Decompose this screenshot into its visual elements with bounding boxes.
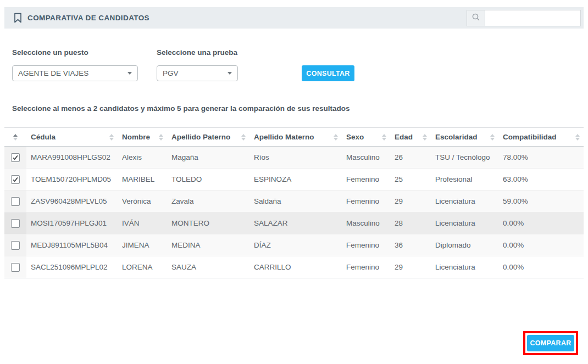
table-row: MOSI170597HPLGJ01IVÁNMONTEROSALAZARMascu… — [4, 212, 584, 234]
search-group — [467, 10, 581, 26]
checkbox-cell — [4, 147, 26, 168]
page-title: COMPARATIVA DE CANDIDATOS — [27, 14, 149, 22]
table-row: MEDJ891105MPL5B04JIMENAMEDINADÍAZFemenin… — [4, 234, 584, 256]
cell-compatibilidad: 0.00% — [498, 212, 584, 234]
cell-sexo: Masculino — [342, 212, 390, 234]
cell-edad: 36 — [390, 234, 431, 256]
column-header-apellido-materno[interactable]: Apellido Materno — [249, 128, 342, 146]
title-wrap: COMPARATIVA DE CANDIDATOS — [14, 13, 149, 23]
cell-apellido_paterno: Zavala — [167, 191, 249, 212]
cell-sexo: Femenino — [342, 256, 390, 278]
prueba-select[interactable]: PGV — [157, 65, 238, 81]
row-checkbox[interactable] — [11, 197, 20, 206]
cell-escolaridad: Licenciatura — [431, 256, 498, 278]
sort-icon — [379, 134, 386, 141]
cell-escolaridad: Profesional — [431, 169, 498, 190]
column-header-cedula[interactable]: Cédula — [26, 128, 118, 146]
cell-cedula: MOSI170597HPLGJ01 — [26, 212, 118, 234]
cell-apellido_materno: SALAZAR — [249, 212, 342, 234]
cell-apellido_paterno: MONTERO — [167, 212, 249, 234]
cell-escolaridad: Diplomado — [431, 234, 498, 256]
search-addon — [467, 10, 485, 26]
cell-edad: 25 — [390, 169, 431, 190]
cell-sexo: Femenino — [342, 234, 390, 256]
cell-compatibilidad: 59.00% — [498, 191, 584, 212]
sort-icon — [487, 134, 495, 141]
search-input[interactable] — [485, 10, 581, 26]
puesto-select[interactable]: AGENTE DE VIAJES — [12, 65, 138, 81]
sort-icon — [572, 134, 580, 141]
checkbox-cell — [4, 191, 26, 212]
table-row: ZASV960428MPLVL05VerónicaZavalaSaldañaFe… — [4, 191, 584, 212]
cell-cedula: MARA991008HPLGS02 — [26, 147, 118, 168]
cell-nombre: Alexis — [118, 147, 167, 168]
cell-apellido_paterno: SAUZA — [167, 256, 249, 278]
checkbox-cell — [4, 256, 26, 278]
cell-apellido_materno: DÍAZ — [249, 234, 342, 256]
cell-apellido_materno: ESPINOZA — [249, 169, 342, 190]
cell-compatibilidad: 78.00% — [498, 147, 584, 168]
row-checkbox[interactable] — [11, 263, 20, 272]
row-checkbox[interactable] — [11, 241, 20, 250]
cell-sexo: Femenino — [342, 191, 390, 212]
cell-apellido_paterno: Magaña — [167, 147, 249, 168]
prueba-label: Seleccione una prueba — [157, 48, 237, 57]
table-header: Cédula Nombre Apellido Paterno Apellido … — [4, 127, 584, 147]
cell-apellido_materno: CARRILLO — [249, 256, 342, 278]
cell-cedula: TOEM150720HPLMD05 — [26, 169, 118, 190]
cell-sexo: Masculino — [342, 147, 390, 168]
dropdown-caret-icon — [127, 72, 132, 75]
column-header-apellido-paterno[interactable]: Apellido Paterno — [167, 128, 249, 146]
cell-edad: 26 — [390, 147, 431, 168]
cell-edad: 29 — [390, 256, 431, 278]
cell-escolaridad: Licenciatura — [431, 191, 498, 212]
cell-edad: 29 — [390, 191, 431, 212]
comparativa-page: COMPARATIVA DE CANDIDATOS Seleccione un … — [0, 0, 588, 364]
consultar-button[interactable]: CONSULTAR — [302, 65, 354, 81]
checkbox-cell — [4, 212, 26, 234]
cell-sexo: Femenino — [342, 169, 390, 190]
row-checkbox[interactable] — [11, 175, 20, 184]
cell-cedula: MEDJ891105MPL5B04 — [26, 234, 118, 256]
cell-escolaridad: Licenciatura — [431, 212, 498, 234]
table-row: SACL251096MPLPL02LORENASAUZACARRILLOFeme… — [4, 256, 584, 278]
cell-nombre: IVÁN — [118, 212, 167, 234]
page-header: COMPARATIVA DE CANDIDATOS — [4, 7, 584, 29]
column-header-select[interactable] — [4, 128, 26, 146]
prueba-select-value: PGV — [163, 69, 179, 77]
sort-icon — [330, 134, 338, 141]
sort-icon — [419, 134, 427, 141]
cell-compatibilidad: 0.00% — [498, 256, 584, 278]
puesto-select-value: AGENTE DE VIAJES — [18, 69, 88, 77]
column-header-escolaridad[interactable]: Escolaridad — [431, 128, 498, 146]
cell-compatibilidad: 63.00% — [498, 169, 584, 190]
cell-cedula: SACL251096MPLPL02 — [26, 256, 118, 278]
column-header-edad[interactable]: Edad — [390, 128, 431, 146]
checkbox-cell — [4, 234, 26, 256]
column-header-compatibilidad[interactable]: Compatibilidad — [498, 128, 584, 146]
puesto-label: Seleccione un puesto — [12, 48, 88, 57]
table-body: MARA991008HPLGS02AlexisMagañaRíosMasculi… — [4, 147, 584, 278]
cell-apellido_paterno: TOLEDO — [167, 169, 249, 190]
cell-apellido_materno: Saldaña — [249, 191, 342, 212]
comparar-highlight: COMPARAR — [523, 331, 578, 355]
column-header-nombre[interactable]: Nombre — [118, 128, 167, 146]
checkbox-cell — [4, 169, 26, 190]
table-row: TOEM150720HPLMD05MARIBELTOLEDOESPINOZAFe… — [4, 169, 584, 191]
cell-cedula: ZASV960428MPLVL05 — [26, 191, 118, 212]
bookmark-icon — [14, 13, 22, 23]
column-header-sexo[interactable]: Sexo — [342, 128, 390, 146]
cell-escolaridad: TSU / Tecnólogo — [431, 147, 498, 168]
dropdown-caret-icon — [228, 72, 232, 75]
sort-icon — [13, 134, 18, 141]
sort-icon — [156, 134, 163, 141]
sort-icon — [106, 134, 114, 141]
row-checkbox[interactable] — [11, 219, 20, 228]
cell-nombre: JIMENA — [118, 234, 167, 256]
cell-edad: 28 — [390, 212, 431, 234]
cell-apellido_paterno: MEDINA — [167, 234, 249, 256]
cell-nombre: Verónica — [118, 191, 167, 212]
sort-icon — [238, 134, 246, 141]
comparar-button[interactable]: COMPARAR — [527, 335, 574, 351]
row-checkbox[interactable] — [11, 153, 20, 162]
